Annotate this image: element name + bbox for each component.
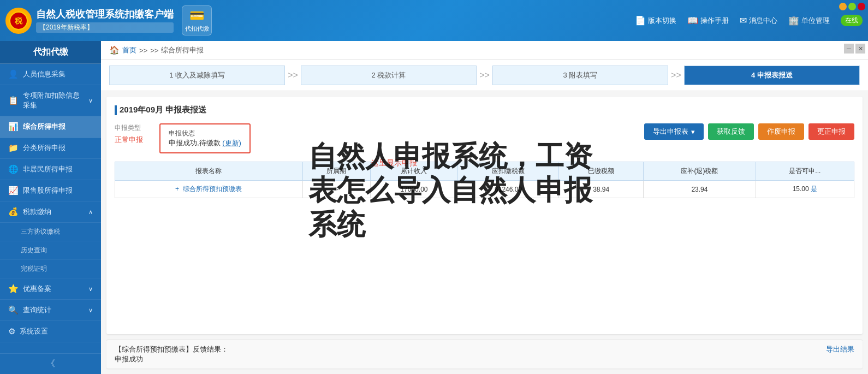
- gear-icon: ⚙: [8, 326, 15, 336]
- status-value: 申报成功,待缴款: [169, 139, 221, 147]
- feedback-result: 申报成功: [115, 354, 228, 364]
- table-row: + 综合所得预扣预缴表 -- 17000.00 61246.00 38.94 2…: [115, 181, 854, 198]
- inner-content: 2019年09月 申报表报送 申报类型 正常申报 申报状态 申报成功,待缴款: [106, 97, 863, 334]
- row-supplement: 23.94: [644, 181, 756, 198]
- sidebar-collapse-button[interactable]: 《: [0, 353, 101, 374]
- export-button[interactable]: 导出申报表 ▾: [644, 123, 704, 140]
- top-right-actions: 📄 版本切换 📖 操作手册 ✉ 消息中心 🏢 单位管理 在线: [635, 15, 863, 26]
- discard-button[interactable]: 作废申报: [758, 123, 804, 140]
- step-2[interactable]: 2 税款计算: [301, 66, 477, 85]
- close-button[interactable]: ✕: [858, 3, 865, 10]
- status-update-link[interactable]: (更新): [222, 139, 241, 147]
- stock-icon: 📈: [8, 186, 19, 195]
- sidebar-item-special-deduction[interactable]: 📋 专项附加扣除信息采集 ∨: [0, 85, 101, 116]
- manual-btn[interactable]: 📖 操作手册: [687, 15, 729, 26]
- col-header-period: 所属期: [302, 162, 370, 181]
- amend-button[interactable]: 更正申报: [808, 123, 854, 140]
- decl-info-row: 申报类型 正常申报 申报状态 申报成功,待缴款 (更新): [115, 123, 854, 153]
- minimize-button[interactable]: ─: [839, 3, 847, 10]
- online-badge: 在线: [841, 15, 863, 26]
- row-period: --: [302, 181, 370, 198]
- step-3[interactable]: 3 附表填写: [492, 66, 668, 85]
- sidebar-item-tax-payment[interactable]: 💰 税款缴纳 ∧: [0, 201, 101, 223]
- step-arrow-3: >>: [668, 70, 684, 80]
- list-icon: 📋: [8, 96, 19, 105]
- breadcrumb-separator: >>: [139, 46, 147, 55]
- logo-emblem: 税: [5, 8, 32, 34]
- breadcrumb: 🏠 首页 >> >> 综合所得申报: [101, 41, 868, 60]
- content-close-button[interactable]: ✕: [855, 44, 865, 54]
- unit-mgmt-btn[interactable]: 🏢 单位管理: [788, 15, 830, 26]
- col-header-tax-payable: 应扣缴税额: [457, 162, 558, 181]
- svg-text:税: 税: [14, 16, 23, 25]
- content-window-controls: ─ ✕: [844, 44, 865, 54]
- decl-type-value: 正常申报: [115, 135, 143, 145]
- sidebar-item-non-resident[interactable]: 🌐 非居民所得申报: [0, 159, 101, 180]
- module-button[interactable]: 💳 代扣代缴: [182, 5, 212, 35]
- app-logo: 税 自然人税收管理系统扣缴客户端 【2019年新税率】: [5, 8, 174, 34]
- col-header-can-declare: 是否可申...: [756, 162, 854, 181]
- content-restore-button[interactable]: ─: [844, 44, 854, 54]
- sidebar-item-settings[interactable]: ⚙ 系统设置: [0, 321, 101, 342]
- app-title: 自然人税收管理系统扣缴客户端: [36, 8, 174, 21]
- data-table: 报表名称 所属期 累计收入 应扣缴税额 已缴税额 应补(退)税额 是否可申...…: [115, 162, 854, 198]
- star-icon: ⭐: [8, 284, 19, 294]
- step-4[interactable]: 4 申报表报送: [684, 66, 860, 85]
- col-header-tax-paid: 已缴税额: [559, 162, 644, 181]
- messages-btn[interactable]: ✉ 消息中心: [740, 15, 777, 26]
- status-box: 申报状态 申报成功,待缴款 (更新): [159, 123, 251, 153]
- folder-icon: 📁: [8, 143, 19, 153]
- sidebar-subitem-tax-cert[interactable]: 完税证明: [0, 260, 101, 278]
- row-tax-payable: 61246.00: [457, 181, 558, 198]
- feedback-bracket-text: 【综合所得预扣预缴表】反馈结果：: [115, 345, 228, 354]
- top-bar: 税 自然人税收管理系统扣缴客户端 【2019年新税率】 💳 代扣代缴 📄 版本切…: [0, 0, 868, 41]
- content-area: ─ ✕ 🏠 首页 >> >> 综合所得申报 1 收入及减除填写 >> 2 税款计…: [101, 41, 868, 374]
- action-buttons: 导出申报表 ▾ 获取反馈 作废申报 更正申报: [644, 123, 854, 140]
- book-icon: 📖: [687, 15, 698, 26]
- wallet-icon: 💳: [189, 9, 204, 23]
- row-is-ok: 是: [811, 185, 817, 193]
- breadcrumb-current: 综合所得申报: [161, 45, 204, 55]
- main-layout: 代扣代缴 👤 人员信息采集 📋 专项附加扣除信息采集 ∨ 📊 综合所得申报 📁 …: [0, 41, 868, 374]
- module-label: 代扣代缴: [185, 25, 209, 33]
- sidebar-item-restricted-stock[interactable]: 📈 限售股所得申报: [0, 180, 101, 201]
- globe-icon: 🌐: [8, 164, 19, 174]
- feedback-area: 【综合所得预扣预缴表】反馈结果： 申报成功 导出结果: [106, 340, 863, 369]
- step-1[interactable]: 1 收入及减除填写: [109, 66, 285, 85]
- version-icon: 📄: [635, 15, 646, 26]
- export-result-link[interactable]: 导出结果: [826, 345, 854, 354]
- step-arrow-2: >>: [477, 70, 492, 80]
- row-name-link[interactable]: 综合所得预扣预缴表: [183, 185, 242, 193]
- col-header-supplement: 应补(退)税额: [644, 162, 756, 181]
- expand-row-button[interactable]: +: [175, 185, 179, 193]
- version-switch-btn[interactable]: 📄 版本切换: [635, 15, 676, 26]
- row-tax-paid: 38.94: [559, 181, 644, 198]
- steps-bar: 1 收入及减除填写 >> 2 税款计算 >> 3 附表填写 >> 4 申报表报送: [101, 60, 868, 91]
- app-subtitle: 【2019年新税率】: [36, 22, 174, 33]
- decl-type-field: 申报类型 正常申报: [115, 123, 143, 145]
- col-header-cumulative: 累计收入: [370, 162, 457, 181]
- row-can-declare: 15.00: [793, 185, 809, 193]
- status-label: 申报状态: [169, 129, 241, 138]
- sidebar-item-comprehensive[interactable]: 📊 综合所得申报: [0, 116, 101, 138]
- chevron-up-icon: ∧: [88, 209, 93, 216]
- window-controls: ─ □ ✕: [839, 3, 865, 10]
- sidebar-item-classified[interactable]: 📁 分类所得申报: [0, 138, 101, 159]
- sidebar: 代扣代缴 👤 人员信息采集 📋 专项附加扣除信息采集 ∨ 📊 综合所得申报 📁 …: [0, 41, 101, 374]
- feedback-button[interactable]: 获取反馈: [708, 123, 754, 140]
- section-title: 2019年09月 申报表报送: [115, 105, 854, 115]
- sidebar-item-preferential[interactable]: ⭐ 优惠备案 ∨: [0, 278, 101, 300]
- sidebar-subitem-triparty[interactable]: 三方协议缴税: [0, 223, 101, 241]
- building-icon: 🏢: [788, 15, 799, 26]
- sidebar-subitem-history[interactable]: 历史查询: [0, 241, 101, 260]
- breadcrumb-home[interactable]: 首页: [122, 45, 136, 55]
- row-cumulative: 17000.00: [370, 181, 457, 198]
- breadcrumb-separator2: >>: [150, 46, 158, 55]
- maximize-button[interactable]: □: [848, 3, 856, 10]
- person-icon: 👤: [8, 69, 19, 79]
- sidebar-item-query[interactable]: 🔍 查询统计 ∨: [0, 300, 101, 321]
- search-icon: 🔍: [8, 305, 19, 315]
- sidebar-item-personnel[interactable]: 👤 人员信息采集: [0, 64, 101, 85]
- step-arrow-1: >>: [285, 70, 301, 80]
- chevron-down3-icon: ∨: [88, 307, 93, 314]
